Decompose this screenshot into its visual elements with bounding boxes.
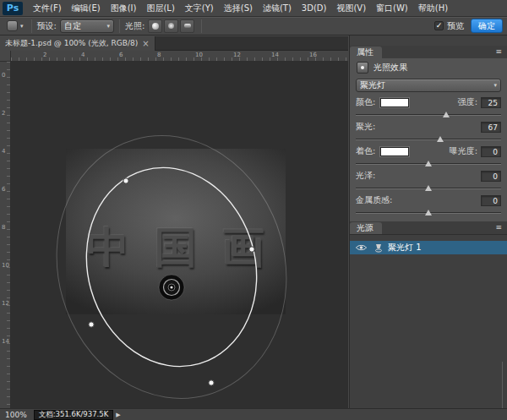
light-handle[interactable] (209, 380, 214, 385)
preview-checkbox[interactable]: ✓ 预览 (434, 20, 464, 32)
tab-properties[interactable]: 属性 (350, 46, 382, 58)
property-row-hotspot: 聚光: 67 (356, 121, 501, 145)
light-handle[interactable] (249, 247, 254, 252)
spot-light-icon (374, 243, 383, 253)
property-row-colorize: 着色: 曝光度: 0 (356, 145, 501, 170)
separator (201, 19, 202, 33)
document-title: 未标题-1.psd @ 100% (光效, RGB/8) (5, 38, 138, 49)
add-infinite-light-icon[interactable] (180, 19, 194, 33)
lights-scrollbar[interactable] (502, 362, 503, 412)
slider-thumb[interactable] (437, 136, 444, 142)
color-swatch[interactable] (380, 98, 409, 107)
zoom-level[interactable]: 100% (5, 411, 27, 419)
check-icon: ✓ (436, 22, 443, 30)
tool-preset-icon[interactable]: ▾ (4, 19, 26, 32)
ruler-number: 2 (2, 110, 5, 117)
lights-panel-menu-icon[interactable]: ≡ (495, 221, 502, 234)
slider-thumb[interactable] (425, 210, 432, 215)
gloss-value[interactable]: 0 (481, 171, 501, 182)
metallic-slider[interactable] (356, 209, 501, 217)
colorize-label: 着色: (356, 145, 375, 157)
colorize-swatch[interactable] (380, 147, 409, 156)
light-name: 聚光灯 1 (388, 242, 422, 254)
light-inner-ellipse[interactable] (63, 147, 280, 386)
lights-list: 聚光灯 1 (350, 234, 507, 408)
menu-item-layer[interactable]: 图层(L) (141, 0, 179, 17)
hotspot-value[interactable]: 67 (481, 122, 501, 133)
light-item-spotlight-1[interactable]: 聚光灯 1 (350, 241, 507, 254)
menu-item-file[interactable]: 文件(F) (28, 0, 67, 17)
ruler-number: 16 (309, 52, 317, 58)
ok-button[interactable]: 确定 (471, 19, 503, 33)
properties-panel-header: 属性 ≡ (350, 46, 507, 58)
photoshop-window: Ps 文件(F) 编辑(E) 图像(I) 图层(L) 文字(Y) 选择(S) 滤… (0, 0, 507, 420)
tool-preset-thumbnail (7, 20, 18, 31)
ruler-number: 10 (2, 262, 9, 269)
document-canvas[interactable]: 中国画 (11, 62, 348, 408)
infinite-light-glyph (184, 24, 191, 28)
slider-thumb[interactable] (425, 185, 432, 191)
vertical-ruler[interactable]: 0 2 4 6 8 10 12 14 (0, 62, 11, 408)
light-handle[interactable] (89, 322, 94, 327)
ruler-number: 14 (2, 338, 9, 345)
light-handle[interactable] (123, 178, 128, 183)
exposure-slider[interactable] (356, 160, 501, 168)
point-light-glyph (168, 23, 174, 29)
menu-item-type[interactable]: 文字(Y) (180, 0, 219, 17)
close-icon[interactable]: × (142, 40, 149, 48)
ruler-number: 12 (233, 52, 241, 58)
light-type-value: 聚光灯 (360, 79, 385, 91)
ruler-number: 2 (43, 52, 46, 58)
menu-item-edit[interactable]: 编辑(E) (67, 0, 106, 17)
metallic-value[interactable]: 0 (481, 195, 501, 206)
effect-header: 光照效果 (357, 62, 407, 74)
slider-track (356, 114, 501, 116)
menu-item-select[interactable]: 选择(S) (219, 0, 258, 17)
tab-lights[interactable]: 光源 (350, 222, 382, 234)
status-arrow-icon[interactable]: ▶ (116, 412, 120, 418)
document-tab[interactable]: 未标题-1.psd @ 100% (光效, RGB/8) × (0, 36, 155, 51)
light-widget-overlay (11, 62, 348, 408)
slider-thumb[interactable] (443, 112, 450, 117)
ruler-number: 12 (2, 300, 9, 307)
light-outer-ellipse[interactable] (26, 108, 317, 408)
visibility-eye-icon[interactable] (355, 243, 368, 252)
hotspot-slider[interactable] (356, 135, 501, 144)
add-spot-light-icon[interactable] (148, 19, 162, 33)
property-row-metallic: 金属质感: 0 (356, 194, 501, 219)
ruler-number: 6 (119, 52, 123, 58)
gloss-label: 光泽: (356, 170, 375, 182)
intensity-slider[interactable] (356, 111, 501, 119)
slider-thumb[interactable] (425, 161, 432, 166)
light-type-dropdown[interactable]: 聚光灯 ▾ (356, 79, 501, 92)
color-label: 颜色: (356, 96, 375, 108)
metallic-label: 金属质感: (356, 194, 392, 206)
ruler-number: 14 (271, 52, 279, 58)
menu-item-window[interactable]: 窗口(W) (371, 0, 413, 17)
ruler-number: 8 (2, 224, 5, 231)
ruler-number: 4 (2, 148, 5, 155)
panel-menu-icon[interactable]: ≡ (495, 46, 502, 58)
ruler-number: 10 (195, 52, 203, 58)
menu-item-image[interactable]: 图像(I) (106, 0, 142, 17)
exposure-value[interactable]: 0 (481, 146, 501, 157)
app-logo[interactable]: Ps (3, 2, 23, 15)
preset-label: 预设: (37, 20, 57, 32)
status-bar: 100% 文档:351.6K/937.5K ▶ (0, 408, 507, 420)
effect-title: 光照效果 (373, 62, 407, 74)
intensity-value[interactable]: 25 (481, 97, 501, 108)
chevron-down-icon: ▾ (106, 23, 110, 30)
menu-item-filter[interactable]: 滤镜(T) (258, 0, 297, 17)
ruler-number: 4 (81, 52, 84, 58)
lights-label: 光照: (125, 20, 144, 32)
menu-bar: Ps 文件(F) 编辑(E) 图像(I) 图层(L) 文字(Y) 选择(S) 滤… (0, 0, 507, 17)
menu-item-3d[interactable]: 3D(D) (297, 0, 332, 17)
menu-item-view[interactable]: 视图(V) (331, 0, 371, 17)
add-point-light-icon[interactable] (164, 19, 178, 33)
gloss-slider[interactable] (356, 184, 501, 193)
light-center-widget[interactable] (159, 275, 184, 300)
menu-item-help[interactable]: 帮助(H) (413, 0, 453, 17)
preset-dropdown[interactable]: 自定 ▾ (60, 19, 114, 33)
horizontal-ruler[interactable]: 2 4 6 8 10 12 14 16 (11, 51, 348, 62)
ruler-number: 6 (2, 186, 5, 193)
